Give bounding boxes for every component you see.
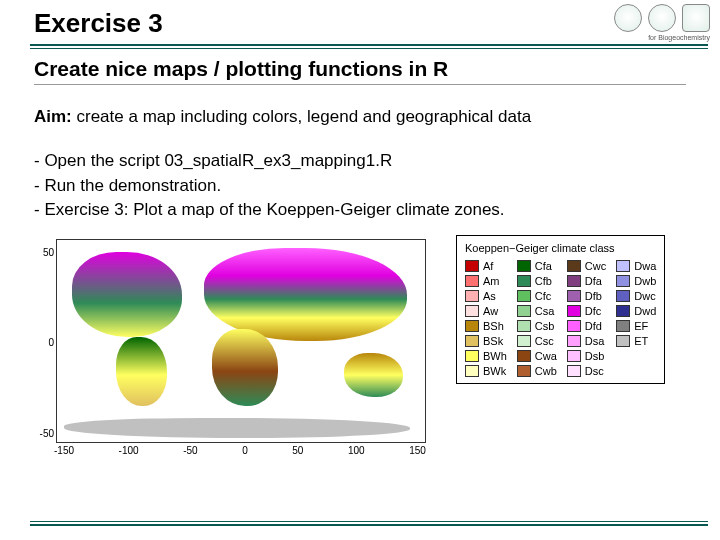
logo-round-1: [614, 4, 642, 32]
x-tick: 0: [242, 445, 248, 467]
legend-swatch: [465, 335, 479, 347]
y-axis: 50 0 -50: [34, 247, 54, 439]
legend-swatch: [517, 365, 531, 377]
aim-label: Aim:: [34, 107, 72, 126]
legend-swatch: [465, 260, 479, 272]
legend-item: Dwa: [616, 260, 656, 272]
org-logos: [614, 4, 710, 32]
legend-label: BSh: [483, 320, 504, 332]
legend-label: Dwa: [634, 260, 656, 272]
legend-swatch: [465, 290, 479, 302]
legend-label: Cwa: [535, 350, 557, 362]
legend-item: Aw: [465, 305, 507, 317]
x-tick: 150: [409, 445, 426, 467]
legend-swatch: [517, 260, 531, 272]
footer-rule: [30, 521, 708, 526]
legend-swatch: [567, 320, 581, 332]
legend-label: Dwc: [634, 290, 655, 302]
legend-swatch: [616, 335, 630, 347]
header-rule: [30, 44, 708, 49]
legend-item: BWh: [465, 350, 507, 362]
legend-label: Csa: [535, 305, 555, 317]
legend-item: BSh: [465, 320, 507, 332]
legend-item: Cfa: [517, 260, 557, 272]
legend-swatch: [567, 335, 581, 347]
legend-swatch: [567, 290, 581, 302]
legend-label: Dwd: [634, 305, 656, 317]
legend-item: Cwb: [517, 365, 557, 377]
legend-swatch: [517, 275, 531, 287]
legend-swatch: [517, 290, 531, 302]
legend-label: Csc: [535, 335, 554, 347]
map-legend: Koeppen−Geiger climate class AfAmAsAwBSh…: [456, 235, 665, 384]
x-tick: -150: [54, 445, 74, 467]
aim-line: Aim: create a map including colors, lege…: [34, 107, 686, 127]
legend-label: ET: [634, 335, 648, 347]
legend-swatch: [616, 260, 630, 272]
legend-label: Cfa: [535, 260, 552, 272]
y-tick: -50: [34, 428, 54, 439]
legend-item: Csb: [517, 320, 557, 332]
legend-swatch: [465, 365, 479, 377]
legend-column: CfaCfbCfcCsaCsbCscCwaCwb: [517, 260, 557, 377]
legend-label: Cfc: [535, 290, 552, 302]
legend-label: Dwb: [634, 275, 656, 287]
legend-swatch: [465, 305, 479, 317]
legend-label: Cwb: [535, 365, 557, 377]
legend-label: Dsa: [585, 335, 605, 347]
legend-item: Csc: [517, 335, 557, 347]
legend-column: AfAmAsAwBShBSkBWhBWk: [465, 260, 507, 377]
legend-item: Am: [465, 275, 507, 287]
legend-swatch: [616, 275, 630, 287]
legend-item: Csa: [517, 305, 557, 317]
org-caption: for Biogeochemistry: [590, 34, 710, 41]
y-tick: 0: [34, 337, 54, 348]
legend-label: Csb: [535, 320, 555, 332]
legend-column: CwcDfaDfbDfcDfdDsaDsbDsc: [567, 260, 606, 377]
steps-list: - Open the script 03_spatialR_ex3_mappin…: [34, 149, 686, 223]
legend-item: Dwc: [616, 290, 656, 302]
legend-label: Dfd: [585, 320, 602, 332]
legend-item: Cwa: [517, 350, 557, 362]
legend-item: Dfb: [567, 290, 606, 302]
legend-item: Dfd: [567, 320, 606, 332]
x-tick: -50: [183, 445, 197, 467]
legend-label: Cwc: [585, 260, 606, 272]
legend-label: BWh: [483, 350, 507, 362]
legend-swatch: [465, 350, 479, 362]
legend-item: Cfc: [517, 290, 557, 302]
x-tick: 100: [348, 445, 365, 467]
legend-swatch: [567, 365, 581, 377]
legend-swatch: [517, 305, 531, 317]
legend-swatch: [517, 350, 531, 362]
legend-label: Af: [483, 260, 493, 272]
legend-label: Aw: [483, 305, 498, 317]
step-item: - Exercise 3: Plot a map of the Koeppen-…: [34, 198, 686, 223]
aim-text: create a map including colors, legend an…: [72, 107, 531, 126]
legend-label: Dfc: [585, 305, 602, 317]
step-item: - Run the demonstration.: [34, 174, 686, 199]
legend-item: Af: [465, 260, 507, 272]
map-plot: 50 0 -50 -150 -100 -50 0: [34, 235, 426, 467]
legend-swatch: [616, 305, 630, 317]
legend-title: Koeppen−Geiger climate class: [465, 242, 656, 254]
x-tick: 50: [292, 445, 303, 467]
legend-item: Cwc: [567, 260, 606, 272]
slide-subtitle: Create nice maps / plotting functions in…: [34, 57, 686, 85]
x-axis: -150 -100 -50 0 50 100 150: [54, 445, 426, 467]
legend-label: BSk: [483, 335, 503, 347]
legend-column: DwaDwbDwcDwdEFET: [616, 260, 656, 377]
step-item: - Open the script 03_spatialR_ex3_mappin…: [34, 149, 686, 174]
legend-swatch: [567, 305, 581, 317]
legend-item: Dfa: [567, 275, 606, 287]
legend-item: Cfb: [517, 275, 557, 287]
logo-square: [682, 4, 710, 32]
legend-swatch: [616, 290, 630, 302]
legend-label: Cfb: [535, 275, 552, 287]
legend-label: As: [483, 290, 496, 302]
legend-item: Dsa: [567, 335, 606, 347]
legend-item: Dwd: [616, 305, 656, 317]
legend-swatch: [567, 260, 581, 272]
legend-swatch: [567, 275, 581, 287]
legend-item: BSk: [465, 335, 507, 347]
